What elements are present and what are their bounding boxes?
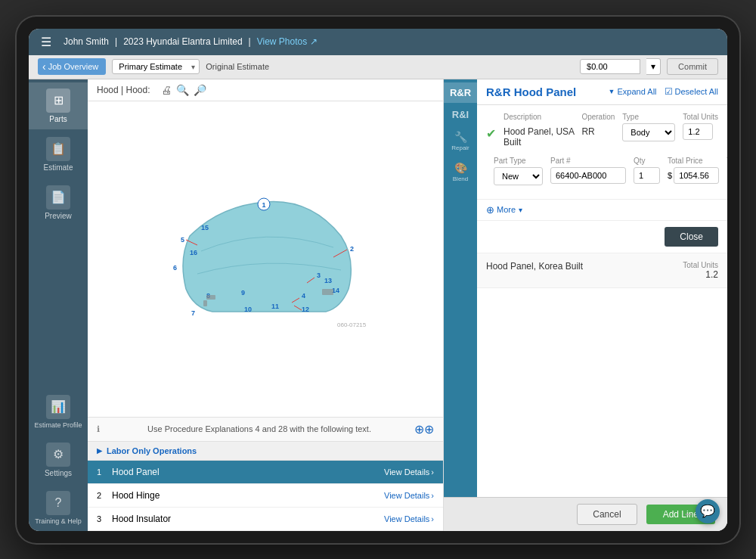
more-chevron-icon: ▾ [519, 206, 522, 214]
chat-icon[interactable]: 💬 [696, 499, 720, 523]
description-group: Description Hood Panel, USA Built [503, 113, 574, 151]
total-units-input[interactable] [683, 123, 713, 140]
labor-header-label: Labor Only Operations [107, 446, 197, 455]
more-button[interactable]: More [486, 204, 516, 216]
zoom-out-icon[interactable]: 🔎 [194, 84, 206, 96]
repair-label: Repair [451, 144, 469, 151]
tab-repair[interactable]: 🔧 Repair [444, 126, 477, 156]
total-price-label: Total Price [668, 157, 719, 165]
print-icon[interactable]: 🖨 [161, 84, 172, 96]
separator-1: | [115, 36, 117, 47]
view-details-3[interactable]: View Details › [384, 514, 434, 523]
op-num-3: 3 [97, 514, 112, 523]
part-type-label: Part Type [494, 157, 543, 165]
part-num-input[interactable] [550, 167, 626, 184]
labor-header[interactable]: Labor Only Operations [88, 442, 443, 461]
operations-list: 1 Hood Panel View Details › 2 Hood Hinge… [88, 461, 443, 531]
operation-row-2[interactable]: 2 Hood Hinge View Details › [88, 484, 443, 508]
type-select[interactable]: Body [622, 123, 675, 141]
deselect-all-button[interactable]: Deselect All [665, 86, 718, 97]
svg-text:7: 7 [191, 309, 195, 317]
sidebar-item-estimate-profile[interactable]: 📊 Estimate Profile [29, 389, 88, 435]
operation-group: Operation RR [581, 113, 615, 140]
svg-text:2: 2 [350, 245, 354, 253]
secondary-total-units-label: Total Units [683, 261, 718, 269]
form-row-2: Part Type New Part # [486, 157, 718, 185]
zoom-in-icon[interactable]: 🔍 [176, 84, 189, 96]
sidebar-label-settings: Settings [45, 469, 72, 477]
vehicle-name: 2023 Hyundai Elantra Limited [123, 36, 242, 47]
dots-icon: ··· [684, 506, 691, 522]
op-name-2: Hood Hinge [112, 490, 384, 501]
sidebar-label-preview: Preview [45, 212, 72, 220]
menu-icon[interactable]: ☰ [41, 35, 51, 49]
user-name: John Smith [64, 36, 109, 47]
secondary-units: Total Units 1.2 [683, 261, 718, 280]
part-num-label: Part # [550, 157, 626, 165]
rr-icon: R&R [450, 87, 471, 98]
view-photos-link[interactable]: View Photos ↗ [257, 36, 318, 47]
sidebar-item-training[interactable]: ? Training & Help [29, 485, 88, 531]
svg-text:16: 16 [190, 249, 197, 256]
svg-text:11: 11 [271, 303, 279, 310]
expand-all-button[interactable]: Expand All [609, 87, 657, 96]
sidebar-item-preview[interactable]: 📄 Preview [29, 179, 88, 226]
qty-label: Qty [634, 157, 660, 165]
diagram-tools: 🖨 🔍 🔎 [161, 84, 206, 96]
expand-notice-icon[interactable]: ⊕⊕ [414, 422, 434, 436]
separator-2: | [249, 36, 251, 47]
svg-text:15: 15 [201, 224, 209, 231]
svg-text:13: 13 [324, 277, 332, 284]
notice-text: Use Procedure Explanations 4 and 28 with… [147, 424, 371, 433]
close-button[interactable]: Close [665, 227, 718, 247]
commit-button[interactable]: Commit [667, 58, 718, 75]
job-overview-back-button[interactable]: Job Overview [38, 58, 106, 75]
svg-text:6: 6 [173, 264, 177, 272]
tax-checkbox[interactable] [727, 170, 727, 180]
qty-input[interactable] [634, 167, 660, 184]
panel-header-actions: Expand All Deselect All [609, 86, 718, 97]
svg-rect-24 [203, 300, 207, 306]
settings-icon: ⚙ [46, 443, 70, 467]
sidebar-label-estimate: Estimate [44, 163, 73, 172]
type-label: Type [622, 113, 675, 121]
estimate-type-select[interactable]: Primary Estimate [112, 59, 200, 74]
sidebar-label-estimate-profile: Estimate Profile [34, 421, 82, 429]
part-type-select[interactable]: New [494, 167, 543, 185]
training-icon: ? [46, 491, 70, 515]
panel-title: R&R Hood Panel [486, 85, 576, 98]
svg-text:12: 12 [302, 306, 309, 313]
total-price-input[interactable] [674, 167, 719, 184]
tab-blend[interactable]: 🎨 Blend [444, 157, 477, 187]
tab-rr[interactable]: R&R [444, 82, 477, 103]
preview-icon: 📄 [46, 185, 70, 210]
sidebar-label-training: Training & Help [35, 517, 82, 525]
sidebar-label-parts: Parts [49, 115, 67, 123]
cancel-button[interactable]: Cancel [577, 504, 637, 525]
svg-text:060-07215: 060-07215 [337, 321, 367, 328]
sidebar-item-parts[interactable]: ⊞ Parts [29, 82, 88, 129]
estimate-icon: 📋 [46, 137, 70, 161]
tab-ri[interactable]: R&I [444, 104, 477, 125]
info-icon: ℹ [97, 424, 100, 434]
rr-tabs: R&R R&I 🔧 Repair 🎨 Blend [444, 79, 477, 497]
op-name-3: Hood Insulator [112, 514, 384, 524]
top-bar: ☰ John Smith | 2023 Hyundai Elantra Limi… [29, 29, 727, 55]
secondary-part-name: Hood Panel, Korea Built [486, 261, 583, 272]
price-dropdown-arrow[interactable]: ▾ [646, 58, 661, 75]
part-type-group: Part Type New [494, 157, 543, 185]
operation-row-3[interactable]: 3 Hood Insulator View Details › [88, 508, 443, 531]
operation-label: Operation [581, 113, 615, 121]
operation-row-1[interactable]: 1 Hood Panel View Details › [88, 461, 443, 484]
svg-text:4: 4 [302, 292, 305, 300]
op-name-1: Hood Panel [112, 467, 384, 477]
view-details-1[interactable]: View Details › [384, 467, 434, 477]
sidebar-item-settings[interactable]: ⚙ Settings [29, 436, 88, 483]
view-details-2[interactable]: View Details › [384, 491, 434, 500]
diagram-header: Hood | Hood: 🖨 🔍 🔎 [88, 79, 443, 101]
description-label: Description [503, 113, 574, 121]
secondary-result: Hood Panel, Korea Built Total Units 1.2 [477, 253, 727, 288]
secondary-total-units-value: 1.2 [683, 269, 718, 280]
sidebar-item-estimate[interactable]: 📋 Estimate [29, 131, 88, 178]
parts-icon: ⊞ [46, 89, 70, 113]
